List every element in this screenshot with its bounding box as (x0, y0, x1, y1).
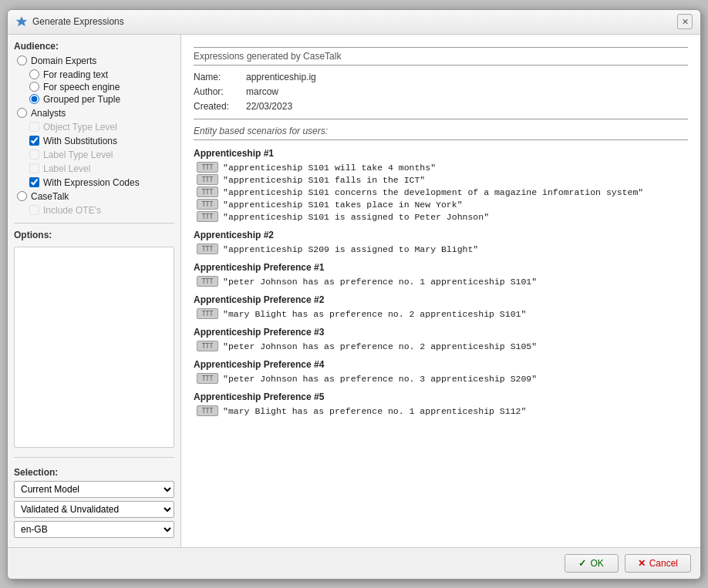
entity-group: Apprenticeship Preference #2TTT"mary Bli… (194, 294, 688, 319)
cancel-label: Cancel (649, 558, 678, 569)
entity-section-title: Entity based scenarios for users: (194, 126, 688, 136)
options-separator (14, 223, 174, 223)
author-label: Author: (194, 85, 240, 99)
for-reading-option[interactable]: For reading text (29, 69, 174, 81)
validation-dropdown[interactable]: Validated & Unvalidated (14, 501, 174, 518)
meta-block: Name: apprenticeship.ig Author: marcow C… (194, 70, 688, 115)
expression-text: "apprenticeship S101 falls in the ICT" (223, 175, 425, 185)
created-label: Created: (194, 99, 240, 114)
domain-experts-option[interactable]: Domain Experts (17, 55, 174, 67)
expression-icon: TTT (197, 341, 218, 351)
audience-radio-group: Domain Experts For reading text For spee… (17, 55, 174, 217)
expression-icon: TTT (197, 186, 218, 197)
casetalk-option[interactable]: CaseTalk (17, 190, 174, 203)
entity-heading: Apprenticeship Preference #4 (194, 359, 688, 370)
meta-name-row: Name: apprenticeship.ig (194, 70, 688, 85)
selection-area: Selection: Current Model Validated & Unv… (14, 467, 174, 541)
generated-by-label: Expressions generated by CaseTalk (194, 51, 688, 62)
object-type-level-option[interactable]: Object Type Level (29, 121, 174, 133)
casetalk-options: Include OTE's (29, 204, 174, 217)
entity-heading: Apprenticeship Preference #2 (194, 294, 688, 305)
expression-text: "peter Johnson has as preference no. 3 a… (223, 374, 537, 384)
expression-icon: TTT (197, 162, 218, 173)
expression-text: "mary Blight has as preference no. 2 app… (223, 309, 526, 319)
expression-icon: TTT (197, 211, 218, 222)
expression-text: "apprenticeship S101 is assigned to Pete… (223, 212, 489, 222)
include-otes-option[interactable]: Include OTE's (29, 204, 174, 217)
entity-heading: Apprenticeship Preference #5 (194, 391, 688, 402)
expression-row: TTT"apprenticeship S101 is assigned to P… (194, 211, 688, 222)
cancel-x-icon: ✕ (638, 558, 646, 569)
expression-row: TTT"apprenticeship S101 takes place in N… (194, 199, 688, 210)
options-label: Options: (14, 230, 174, 240)
model-dropdown[interactable]: Current Model (14, 481, 174, 498)
expression-text: "mary Blight has as preference no. 1 app… (223, 406, 526, 416)
expression-icon: TTT (197, 308, 218, 319)
expression-row: TTT"peter Johnson has as preference no. … (194, 341, 688, 351)
entity-group: Apprenticeship Preference #5TTT"mary Bli… (194, 391, 688, 416)
expression-row: TTT"apprenticeship S101 concerns the dev… (194, 186, 688, 197)
entity-group: Apprenticeship #1TTT"apprenticeship S101… (194, 148, 688, 222)
entity-group: Apprenticeship Preference #4TTT"peter Jo… (194, 359, 688, 384)
entity-group: Apprenticeship #2TTT"apprenticeship S209… (194, 230, 688, 254)
expression-icon: TTT (197, 373, 218, 384)
expression-row: TTT"mary Blight has as preference no. 2 … (194, 308, 688, 319)
expression-row: TTT"mary Blight has as preference no. 1 … (194, 405, 688, 416)
footer: ✓ OK ✕ Cancel (8, 547, 700, 579)
generate-expressions-dialog: Generate Expressions ✕ Audience: Domain … (7, 9, 701, 580)
entity-heading: Apprenticeship #1 (194, 148, 688, 159)
title-bar: Generate Expressions ✕ (8, 10, 700, 35)
ok-label: OK (590, 558, 603, 569)
title-bar-left: Generate Expressions (15, 15, 124, 28)
created-value: 22/03/2023 (246, 99, 292, 114)
entities-container: Apprenticeship #1TTT"apprenticeship S101… (194, 148, 688, 416)
expression-icon: TTT (197, 276, 218, 287)
expression-text: "apprenticeship S209 is assigned to Mary… (223, 244, 478, 254)
dialog-title: Generate Expressions (32, 16, 124, 27)
expression-row: TTT"apprenticeship S101 will take 4 mont… (194, 162, 688, 173)
with-expression-codes-option[interactable]: With Expression Codes (29, 176, 174, 189)
language-dropdown[interactable]: en-GB (14, 521, 174, 538)
second-divider (194, 65, 688, 66)
ok-button[interactable]: ✓ OK (565, 554, 619, 573)
analysts-option[interactable]: Analysts (17, 107, 174, 119)
expression-text: "apprenticeship S101 takes place in New … (223, 200, 463, 210)
cancel-button[interactable]: ✕ Cancel (625, 554, 691, 573)
expression-text: "peter Johnson has as preference no. 2 a… (223, 341, 537, 351)
entity-group: Apprenticeship Preference #3TTT"peter Jo… (194, 327, 688, 351)
meta-author-row: Author: marcow (194, 85, 688, 99)
expression-icon: TTT (197, 405, 218, 416)
expression-row: TTT"peter Johnson has as preference no. … (194, 373, 688, 384)
label-level-option[interactable]: Label Level (29, 163, 174, 175)
expression-icon: TTT (197, 174, 218, 185)
with-substitutions-option[interactable]: With Substitutions (29, 135, 174, 147)
options-box (14, 247, 174, 448)
third-divider (194, 119, 688, 119)
left-panel: Audience: Domain Experts For reading tex… (8, 35, 181, 547)
for-speech-option[interactable]: For speech engine (29, 81, 174, 93)
expression-text: "peter Johnson has as preference no. 1 a… (223, 277, 537, 287)
expression-icon: TTT (197, 199, 218, 210)
svg-marker-0 (17, 17, 27, 26)
expression-text: "apprenticeship S101 will take 4 months" (223, 163, 436, 173)
name-label: Name: (194, 70, 240, 85)
meta-created-row: Created: 22/03/2023 (194, 99, 688, 114)
selection-separator (14, 457, 174, 458)
author-value: marcow (246, 85, 278, 99)
close-button[interactable]: ✕ (677, 14, 693, 29)
analysts-options: Object Type Level With Substitutions Lab… (29, 121, 174, 189)
expression-row: TTT"peter Johnson has as preference no. … (194, 276, 688, 287)
entity-heading: Apprenticeship Preference #1 (194, 262, 688, 273)
entity-group: Apprenticeship Preference #1TTT"peter Jo… (194, 262, 688, 287)
top-divider (194, 47, 688, 48)
expression-icon: TTT (197, 244, 218, 254)
label-type-level-option[interactable]: Label Type Level (29, 149, 174, 161)
fourth-divider (194, 139, 688, 140)
app-icon (15, 15, 28, 28)
expression-row: TTT"apprenticeship S101 falls in the ICT… (194, 174, 688, 185)
name-value: apprenticeship.ig (246, 70, 316, 85)
audience-label: Audience: (14, 41, 174, 52)
grouped-per-tuple-option[interactable]: Grouped per Tuple (29, 93, 174, 106)
selection-label: Selection: (14, 467, 174, 478)
entity-heading: Apprenticeship #2 (194, 230, 688, 240)
